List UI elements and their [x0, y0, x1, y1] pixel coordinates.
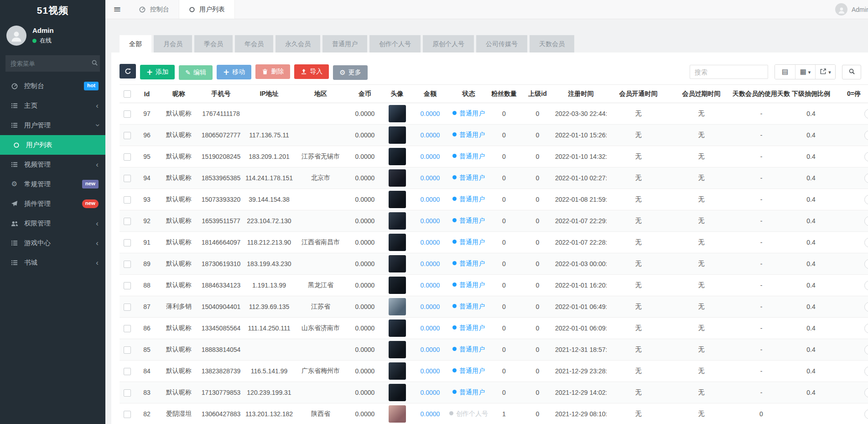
- avatar[interactable]: [6, 26, 26, 46]
- avatar-image[interactable]: [389, 105, 406, 122]
- category-tab[interactable]: 永久会员: [275, 35, 320, 52]
- sidebar-item-book-city[interactable]: 书城‹: [0, 253, 105, 272]
- row-checkbox[interactable]: [124, 132, 131, 139]
- amount-link[interactable]: 0.0000: [421, 196, 440, 203]
- sidebar-item-console[interactable]: 控制台hot: [0, 76, 105, 96]
- row-checkbox[interactable]: [124, 218, 131, 225]
- select-all-checkbox[interactable]: [124, 90, 131, 98]
- sidebar-item-permission-management[interactable]: 权限管理‹: [0, 214, 105, 233]
- row-checkbox[interactable]: [124, 411, 131, 418]
- avatar-image[interactable]: [389, 169, 406, 187]
- sidebar-item-user-management[interactable]: 用户管理‹: [0, 115, 105, 135]
- status-toggle[interactable]: [864, 216, 868, 226]
- amount-link[interactable]: 0.0000: [421, 131, 440, 139]
- status-toggle[interactable]: [864, 131, 868, 140]
- category-tab[interactable]: 普通用户: [322, 35, 367, 52]
- search-button[interactable]: [842, 65, 861, 79]
- avatar-image[interactable]: [389, 362, 406, 380]
- category-tab[interactable]: 年会员: [235, 35, 273, 52]
- amount-link[interactable]: 0.0000: [421, 389, 440, 396]
- row-checkbox[interactable]: [124, 304, 131, 311]
- add-button[interactable]: +添加: [140, 65, 175, 79]
- avatar-image[interactable]: [389, 212, 406, 230]
- amount-link[interactable]: 0.0000: [421, 239, 440, 246]
- row-checkbox[interactable]: [124, 239, 131, 246]
- avatar-image[interactable]: [389, 148, 406, 165]
- status-toggle[interactable]: [864, 302, 868, 312]
- amount-link[interactable]: 0.0000: [421, 410, 440, 418]
- avatar-image[interactable]: [389, 319, 406, 337]
- status-toggle[interactable]: [864, 173, 868, 183]
- move-button[interactable]: +移动: [217, 65, 251, 79]
- row-checkbox[interactable]: [124, 261, 131, 268]
- status-toggle[interactable]: [864, 409, 868, 419]
- refresh-button[interactable]: [120, 64, 136, 79]
- row-checkbox[interactable]: [124, 175, 131, 182]
- avatar-image[interactable]: [389, 298, 406, 315]
- sidebar-item-general-management[interactable]: ⚙常规管理new: [0, 174, 105, 194]
- category-tab[interactable]: 创作个人号: [369, 35, 421, 52]
- export-button[interactable]: ▾: [815, 65, 835, 79]
- category-tab[interactable]: 天数会员: [530, 35, 574, 52]
- hamburger-icon[interactable]: ≡: [105, 0, 129, 19]
- amount-link[interactable]: 0.0000: [421, 174, 440, 182]
- category-tab[interactable]: 公司传媒号: [476, 35, 527, 52]
- row-checkbox[interactable]: [124, 346, 131, 354]
- sidebar-item-game-center[interactable]: 游戏中心‹: [0, 233, 105, 253]
- avatar-image[interactable]: [389, 191, 406, 208]
- amount-link[interactable]: 0.0000: [421, 217, 440, 225]
- category-tab[interactable]: 季会员: [194, 35, 233, 52]
- status-toggle[interactable]: [864, 388, 868, 398]
- table-search-input[interactable]: [690, 65, 768, 79]
- tab-console[interactable]: 控制台: [129, 0, 179, 19]
- amount-link[interactable]: 0.0000: [421, 110, 440, 117]
- sidebar-item-plugin-management[interactable]: 插件管理new: [0, 194, 105, 214]
- amount-link[interactable]: 0.0000: [421, 303, 440, 310]
- avatar-image[interactable]: [389, 234, 406, 251]
- row-checkbox[interactable]: [124, 282, 131, 289]
- import-button[interactable]: 导入: [294, 64, 329, 79]
- status-toggle[interactable]: [864, 152, 868, 162]
- row-checkbox[interactable]: [124, 153, 131, 161]
- row-checkbox[interactable]: [124, 389, 131, 397]
- category-tab[interactable]: 月会员: [154, 35, 192, 52]
- amount-link[interactable]: 0.0000: [421, 282, 440, 289]
- row-checkbox[interactable]: [124, 196, 131, 204]
- row-checkbox[interactable]: [124, 325, 131, 332]
- avatar-image[interactable]: [389, 405, 406, 423]
- status-toggle[interactable]: [864, 109, 868, 119]
- grid-view-button[interactable]: ▦▾: [795, 65, 815, 79]
- more-button[interactable]: ⚙更多: [333, 65, 367, 80]
- sidebar-item-user-list[interactable]: 用户列表: [0, 135, 105, 155]
- tab-user-list[interactable]: 用户列表: [179, 0, 235, 19]
- avatar-image[interactable]: [389, 255, 406, 272]
- topbar-user[interactable]: Admin: [835, 0, 868, 19]
- avatar-image[interactable]: [389, 341, 406, 358]
- status-toggle[interactable]: [864, 259, 868, 269]
- amount-link[interactable]: 0.0000: [421, 153, 440, 160]
- row-checkbox[interactable]: [124, 110, 131, 118]
- status-toggle[interactable]: [864, 366, 868, 376]
- amount-link[interactable]: 0.0000: [421, 260, 440, 267]
- status-toggle[interactable]: [864, 324, 868, 333]
- status-toggle[interactable]: [864, 281, 868, 290]
- nickname-cell: 默认昵称: [159, 318, 198, 339]
- avatar-image[interactable]: [389, 384, 406, 401]
- status-toggle[interactable]: [864, 345, 868, 355]
- sidebar-item-home[interactable]: 主页‹: [0, 96, 105, 115]
- amount-link[interactable]: 0.0000: [421, 367, 440, 375]
- table-view-button[interactable]: ▤: [775, 65, 795, 79]
- avatar-image[interactable]: [389, 126, 406, 144]
- row-checkbox[interactable]: [124, 368, 131, 375]
- status-toggle[interactable]: [864, 195, 868, 204]
- status-toggle[interactable]: [864, 238, 868, 247]
- delete-button[interactable]: 删除: [255, 64, 290, 79]
- amount-link[interactable]: 0.0000: [421, 325, 440, 332]
- category-tab[interactable]: 原创个人号: [423, 35, 474, 52]
- sidebar-search-input[interactable]: [10, 60, 91, 67]
- avatar-image[interactable]: [389, 277, 406, 294]
- amount-link[interactable]: 0.0000: [421, 346, 440, 353]
- edit-button[interactable]: ✎编辑: [179, 65, 213, 80]
- sidebar-item-video-management[interactable]: 视频管理‹: [0, 155, 105, 174]
- category-tab[interactable]: 全部: [120, 35, 151, 52]
